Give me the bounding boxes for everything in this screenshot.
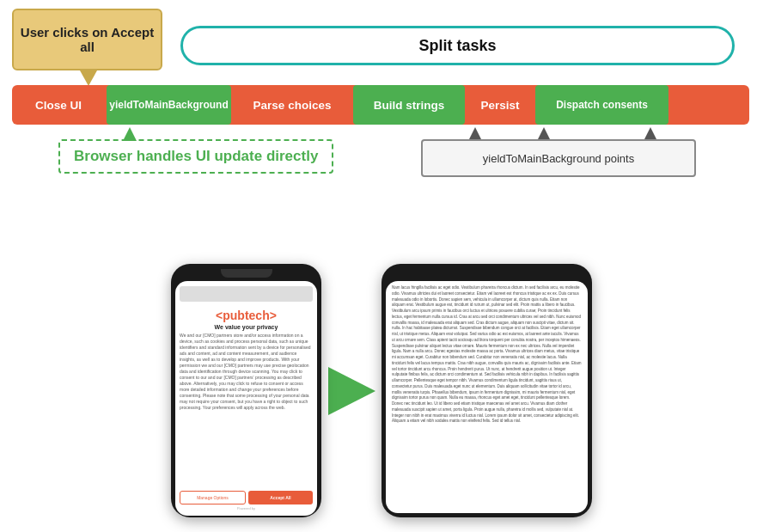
arrow-up-yield2-icon	[538, 127, 550, 139]
phone1-screen: <pubtech> We value your privacy We and o…	[175, 281, 317, 516]
arrow-down-user-icon	[80, 70, 97, 86]
accept-all-button[interactable]: Accept All	[248, 491, 313, 504]
yield-points-label: yieldToMainBackground points	[483, 152, 634, 165]
split-tasks-label: Split tasks	[418, 37, 496, 55]
pipeline-close-ui: Close UI	[12, 85, 105, 125]
right-arrow-icon	[328, 367, 375, 415]
yield-points-box: yieldToMainBackground points	[421, 139, 696, 177]
phone-consent: <pubtech> We value your privacy We and o…	[171, 264, 321, 517]
phone2-screen: Nam lacus fringilla facilisis ac eget od…	[386, 281, 588, 513]
split-tasks-pill: Split tasks	[180, 26, 735, 65]
manage-options-button[interactable]: Manage Options	[180, 491, 246, 504]
pipeline-bar: Close UI yieldToMainBackground Parse cho…	[12, 85, 749, 125]
article-content: Nam lacus fringilla facilisis ac eget od…	[386, 281, 588, 513]
arrow-up-yield1-icon	[469, 127, 481, 139]
consent-body-text: We and our [CMO] partners store and/or a…	[180, 333, 313, 487]
arrow-between-phones	[321, 370, 382, 413]
pipeline-yield-bg: yieldToMainBackground	[107, 85, 231, 125]
phone-article: Nam lacus fringilla facilisis ac eget od…	[382, 264, 592, 517]
consent-top-bar	[180, 286, 313, 302]
diagram-area: User clicks on Accept all Split tasks Cl…	[0, 0, 763, 249]
pipeline-parse-choices: Parse choices	[233, 85, 351, 125]
user-clicks-box: User clicks on Accept all	[12, 9, 162, 70]
arrow-up-yield3-icon	[644, 127, 656, 139]
consent-subtitle: We value your privacy	[180, 324, 313, 330]
browser-handles-label: Browser handles UI update directly	[58, 139, 333, 174]
pipeline-build-strings: Build strings	[353, 85, 465, 125]
pipeline-dispatch-consents: Dispatch consents	[535, 85, 668, 125]
consent-logo: <pubtech>	[180, 309, 313, 322]
user-clicks-label: User clicks on Accept all	[19, 25, 156, 54]
consent-buttons: Manage Options Accept All	[180, 491, 313, 504]
pipeline-persist: Persist	[467, 85, 534, 125]
phones-area: <pubtech> We value your privacy We and o…	[0, 249, 763, 532]
phone1-notch	[221, 269, 272, 278]
consent-screen: <pubtech> We value your privacy We and o…	[175, 281, 317, 516]
powered-by-label: Powered by	[180, 506, 313, 511]
